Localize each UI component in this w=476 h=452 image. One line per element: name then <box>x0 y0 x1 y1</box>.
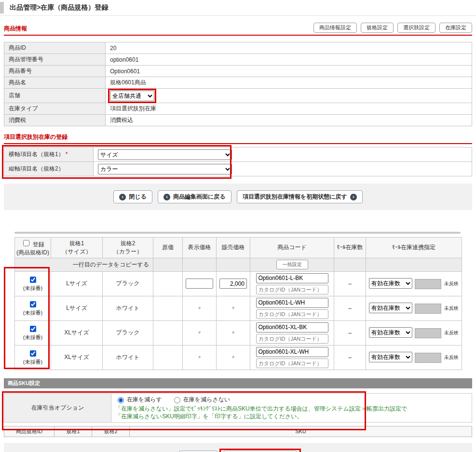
row-register-checkbox[interactable] <box>30 326 36 332</box>
reset-stock-info-button[interactable]: 項目選択肢別在庫情報を初期状態に戻す › <box>237 190 363 203</box>
header-register: 登録 (商品規格ID) <box>15 238 51 258</box>
row-label: 商品管理番号 <box>4 54 106 66</box>
bottom-button-strip: ‹ 閉じる この内容で登録する › <box>4 443 472 452</box>
header-display-price: 表示価格 <box>183 238 217 258</box>
product-code-input[interactable] <box>256 298 328 308</box>
option-settings-button[interactable]: 選択肢設定 <box>397 23 435 33</box>
sell-price-input[interactable] <box>219 279 247 289</box>
unnumbered-note: (未採番) <box>16 359 50 366</box>
row-value: 20 <box>106 42 472 54</box>
sku-matrix-table: 登録 (商品規格ID) 規格1（サイズ） 規格2（カラー） 原価 表示価格 販売… <box>14 237 462 370</box>
header-spec1: 規格1（サイズ） <box>51 238 103 258</box>
row-label: 店舗 <box>4 89 106 103</box>
stock-link-readonly-box <box>415 279 441 289</box>
sku-row: (未採番) XLサイズ ホワイト 〃 〃 – 有効在庫数未反映 <box>15 345 462 370</box>
table-top-scrollbar[interactable] <box>14 232 461 234</box>
table-row: 在庫引当オプション 在庫を減らす 在庫を減らさない 「在庫を減らさない」設定でﾋ… <box>4 393 472 422</box>
ditto-sell-price: 〃 <box>217 296 250 320</box>
row-value: Option0601 <box>106 66 472 77</box>
ditto-display-price: 〃 <box>183 345 217 370</box>
stock-link-select[interactable]: 有効在庫数 <box>369 352 412 362</box>
table-row: 商品ID20 <box>4 42 472 54</box>
product-info-settings-button[interactable]: 商品情報設定 <box>313 23 357 33</box>
mid-button-strip: ‹ 閉じる ‹ 商品編集画面に戻る 項目選択肢別在庫情報を初期状態に戻す › <box>4 184 472 210</box>
table-row: 消費税消費税込 <box>4 115 472 126</box>
cost-cell <box>153 320 183 345</box>
radio-keep-stock[interactable]: 在庫を減らさない <box>172 396 230 404</box>
spec1-value: XLサイズ <box>51 345 103 370</box>
cost-cell <box>153 296 183 320</box>
radio-decrease-stock[interactable]: 在庫を減らす <box>115 396 162 404</box>
header-mall-stock: ﾓｰﾙ在庫数 <box>334 238 366 258</box>
header-product-spec-id: 商品規格ID <box>4 426 54 437</box>
select-all-checkbox[interactable] <box>23 240 29 246</box>
close-button[interactable]: ‹ 閉じる <box>113 190 152 203</box>
product-code-input[interactable] <box>256 273 328 283</box>
spec2-value: ホワイト <box>103 345 153 370</box>
spec1-value: Lサイズ <box>51 271 103 296</box>
cost-cell <box>153 271 183 296</box>
spec1-value: Lサイズ <box>51 296 103 320</box>
row-label: 在庫引当オプション <box>4 393 111 422</box>
store-select[interactable]: 全店舗共通 <box>110 91 154 101</box>
row-label: 横軸項目名（規格1）* <box>4 147 94 162</box>
section-title-axis: 項目選択肢別在庫の登録 <box>4 133 68 141</box>
spec-settings-button[interactable]: 規格設定 <box>361 23 394 33</box>
stock-link-select[interactable]: 有効在庫数 <box>369 303 412 313</box>
header-mall-link: ﾓｰﾙ在庫連携指定 <box>366 238 462 258</box>
mall-stock-value: – <box>334 345 366 370</box>
back-arrow-icon: ‹ <box>163 194 170 200</box>
row-register-checkbox[interactable] <box>30 350 36 357</box>
ditto-sell-price: 〃 <box>217 345 250 370</box>
table-row: 横軸項目名（規格1）* サイズ <box>4 147 472 162</box>
mall-stock-value: – <box>334 271 366 296</box>
header-product-code: 商品コード <box>250 238 334 258</box>
stock-link-readonly-box <box>415 353 441 363</box>
product-code-input[interactable] <box>256 347 328 357</box>
unnumbered-note: (未採番) <box>16 334 50 341</box>
axis1-select[interactable]: サイズ <box>98 149 232 160</box>
back-arrow-icon: ‹ <box>119 194 126 200</box>
catalog-id-input[interactable] <box>256 359 328 368</box>
ditto-display-price: 〃 <box>183 296 217 320</box>
bulk-set-button[interactable]: 一括設定 <box>276 260 308 269</box>
keep-stock-radio[interactable] <box>174 397 180 403</box>
sku-list-table: 商品規格ID 規格1 規格2 SKU <box>4 426 472 437</box>
unnumbered-note: (未採番) <box>16 309 50 317</box>
header-sell-price: 販売価格 <box>217 238 250 258</box>
table-row: 商品番号Option0601 <box>4 66 472 77</box>
catalog-id-input[interactable] <box>256 334 328 344</box>
row-label: 商品名 <box>4 77 106 89</box>
page-title-bar: 出品管理>在庫（商品規格）登録 <box>0 0 476 16</box>
row-label: 縦軸項目名（規格2） <box>4 162 94 176</box>
unreflected-label: 未反映 <box>444 281 459 286</box>
stock-link-select[interactable]: 有効在庫数 <box>369 278 412 289</box>
axis2-select[interactable]: カラー <box>98 164 232 174</box>
mall-stock-value: – <box>334 296 366 320</box>
product-code-input[interactable] <box>256 322 328 332</box>
stock-link-select[interactable]: 有効在庫数 <box>369 327 412 338</box>
page-title: 出品管理>在庫（商品規格）登録 <box>10 2 108 13</box>
display-price-input[interactable] <box>186 279 213 289</box>
forward-arrow-icon: › <box>350 194 357 200</box>
catalog-id-input[interactable] <box>256 309 328 319</box>
ditto-sell-price: 〃 <box>217 320 250 345</box>
spec2-value: ホワイト <box>103 296 153 320</box>
row-label: 消費税 <box>4 115 106 126</box>
product-info-table: 商品ID20 商品管理番号option0601 商品番号Option0601 商… <box>4 42 472 126</box>
sku-row: (未採番) Lサイズ ブラック – 有効在庫数未反映 <box>15 271 462 296</box>
row-register-checkbox[interactable] <box>30 301 36 307</box>
row-register-checkbox[interactable] <box>30 277 36 283</box>
sku-settings-bar: 商品SKU設定 <box>4 378 472 388</box>
decrease-stock-radio[interactable] <box>118 397 124 403</box>
header-spec2: 規格2（カラー） <box>103 238 153 258</box>
catalog-id-input[interactable] <box>256 285 328 294</box>
allocation-note-line1: 「在庫を減らさない」設定でﾋﾟｯｷﾝｸﾞﾘｽﾄに商品SKU単位で出力する場合は、… <box>115 405 468 412</box>
unreflected-label: 未反映 <box>444 330 459 335</box>
back-to-edit-button[interactable]: ‹ 商品編集画面に戻る <box>158 190 231 203</box>
row-value: 項目選択肢別在庫 <box>106 103 472 115</box>
stock-allocation-table: 在庫引当オプション 在庫を減らす 在庫を減らさない 「在庫を減らさない」設定でﾋ… <box>4 393 472 423</box>
table-row: 店舗 全店舗共通 <box>4 89 472 103</box>
stock-settings-button[interactable]: 在庫設定 <box>439 23 472 33</box>
row-value: 規格0601商品 <box>106 77 472 89</box>
